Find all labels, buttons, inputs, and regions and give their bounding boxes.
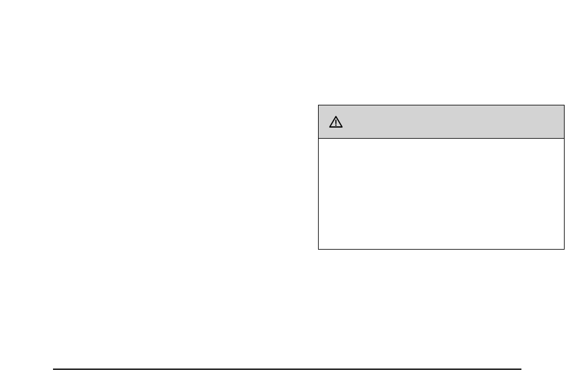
- warning-body: [319, 139, 564, 153]
- document-page: [0, 0, 588, 392]
- page-footer-rule: [53, 369, 521, 370]
- warning-header: [319, 105, 564, 139]
- warning-triangle-icon: [329, 115, 343, 129]
- svg-point-1: [335, 125, 337, 126]
- warning-callout-box: [318, 105, 565, 250]
